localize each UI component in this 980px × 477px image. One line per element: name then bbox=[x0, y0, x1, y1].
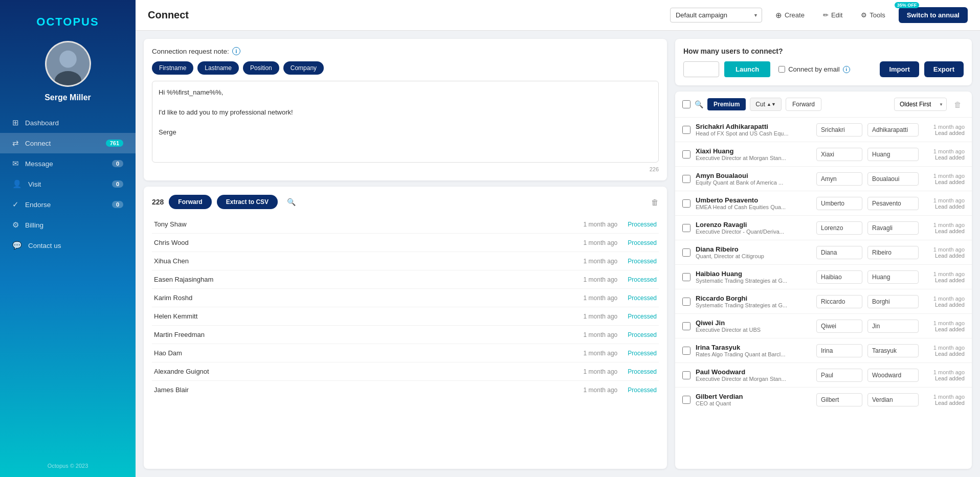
queue-list-item: Chris Wood 1 month ago Processed bbox=[152, 234, 659, 252]
lead-list-item: Paul Woodward Executive Director at Morg… bbox=[675, 363, 972, 388]
lead-checkbox[interactable] bbox=[682, 126, 691, 134]
edit-button[interactable]: ✏ Edit bbox=[818, 8, 848, 22]
users-count-card: How many users to connect? Launch Connec… bbox=[675, 39, 972, 85]
lead-info: Riccardo Borghi Systematic Trading Strat… bbox=[696, 294, 811, 308]
users-count-input[interactable] bbox=[683, 61, 719, 77]
lead-time: 1 month ago bbox=[924, 148, 965, 154]
search-icon: 🔍 bbox=[287, 198, 296, 206]
lead-checkbox[interactable] bbox=[682, 347, 691, 355]
launch-button[interactable]: Launch bbox=[724, 61, 770, 77]
lead-info: Diana Ribeiro Quant, Director at Citigro… bbox=[696, 245, 811, 259]
lead-checkbox[interactable] bbox=[682, 396, 691, 404]
create-button[interactable]: ⊕ Create bbox=[770, 8, 810, 23]
tag-lastname-button[interactable]: Lastname bbox=[197, 61, 239, 75]
app-logo: OCTOPUS bbox=[36, 15, 99, 29]
leads-select-all-checkbox[interactable] bbox=[682, 100, 691, 108]
lead-checkbox[interactable] bbox=[682, 273, 691, 281]
oldest-select[interactable]: Oldest First Newest First bbox=[894, 98, 947, 111]
lead-firstname-input[interactable] bbox=[816, 344, 862, 357]
note-textarea[interactable]: Hi %%first_name%%, I'd like to add you t… bbox=[152, 81, 659, 163]
import-button[interactable]: Import bbox=[880, 61, 919, 77]
lead-lastname-input[interactable] bbox=[867, 344, 919, 357]
message-badge: 0 bbox=[112, 160, 123, 167]
queue-item-time: 1 month ago bbox=[584, 221, 618, 228]
lead-lastname-input[interactable] bbox=[867, 197, 919, 210]
connect-icon: ⇄ bbox=[12, 139, 19, 148]
lead-lastname-input[interactable] bbox=[867, 369, 919, 382]
lead-firstname-input[interactable] bbox=[816, 295, 862, 308]
lead-lastname-input[interactable] bbox=[867, 221, 919, 235]
lead-status: Lead added bbox=[924, 400, 965, 406]
lead-checkbox[interactable] bbox=[682, 175, 691, 183]
tag-position-button[interactable]: Position bbox=[243, 61, 279, 75]
lead-firstname-input[interactable] bbox=[816, 246, 862, 259]
extract-csv-button[interactable]: Extract to CSV bbox=[217, 195, 278, 209]
leads-search-icon[interactable]: 🔍 bbox=[695, 100, 703, 108]
campaign-select[interactable]: Default campaign bbox=[670, 8, 762, 22]
lead-checkbox[interactable] bbox=[682, 248, 691, 257]
tag-firstname-button[interactable]: Firstname bbox=[152, 61, 193, 75]
sidebar-item-label: Endorse bbox=[25, 201, 51, 209]
lead-checkbox[interactable] bbox=[682, 371, 691, 379]
queue-search-button[interactable]: 🔍 bbox=[283, 196, 300, 208]
lead-lastname-input[interactable] bbox=[867, 172, 919, 186]
lead-time: 1 month ago bbox=[924, 369, 965, 375]
lead-checkbox[interactable] bbox=[682, 150, 691, 158]
lead-title: Equity Quant at Bank of America ... bbox=[696, 179, 811, 186]
lead-firstname-input[interactable] bbox=[816, 393, 862, 406]
queue-item-time: 1 month ago bbox=[584, 294, 618, 302]
premium-badge[interactable]: Premium bbox=[707, 98, 746, 110]
lead-firstname-input[interactable] bbox=[816, 123, 862, 137]
lead-lastname-input[interactable] bbox=[867, 123, 919, 137]
lead-lastname-input[interactable] bbox=[867, 320, 919, 333]
page-title: Connect bbox=[148, 9, 662, 21]
queue-list-item: Hao Dam 1 month ago Processed bbox=[152, 344, 659, 362]
queue-list-item: Alexandre Guignot 1 month ago Processed bbox=[152, 362, 659, 381]
queue-item-status: Processed bbox=[628, 221, 657, 228]
leads-list: Srichakri Adhikarapatti Head of FX Spot … bbox=[675, 118, 972, 469]
lead-firstname-input[interactable] bbox=[816, 172, 862, 186]
lead-lastname-input[interactable] bbox=[867, 393, 919, 406]
switch-annual-button[interactable]: 35% OFF Switch to annual bbox=[899, 7, 968, 23]
lead-firstname-input[interactable] bbox=[816, 270, 862, 284]
sidebar-item-billing[interactable]: ⚙ Billing bbox=[0, 215, 136, 235]
lead-checkbox[interactable] bbox=[682, 298, 691, 306]
lead-checkbox[interactable] bbox=[682, 322, 691, 330]
lead-checkbox[interactable] bbox=[682, 199, 691, 208]
lead-firstname-input[interactable] bbox=[816, 197, 862, 210]
queue-card: 228 Forward Extract to CSV 🔍 🗑 Tony Shaw… bbox=[144, 187, 667, 469]
lead-lastname-input[interactable] bbox=[867, 246, 919, 259]
queue-item-status: Processed bbox=[628, 276, 657, 283]
sidebar-item-endorse[interactable]: ✓ Endorse 0 bbox=[0, 194, 136, 215]
lead-checkbox[interactable] bbox=[682, 224, 691, 232]
avatar bbox=[45, 41, 91, 87]
queue-delete-button[interactable]: 🗑 bbox=[651, 198, 659, 207]
queue-forward-button[interactable]: Forward bbox=[169, 195, 211, 209]
queue-header: 228 Forward Extract to CSV 🔍 🗑 bbox=[152, 195, 659, 209]
connect-email-checkbox[interactable] bbox=[778, 66, 785, 73]
queue-item-name: Karim Roshd bbox=[154, 294, 573, 302]
leads-forward-button[interactable]: Forward bbox=[786, 98, 821, 111]
lead-lastname-input[interactable] bbox=[867, 270, 919, 284]
sidebar-item-message[interactable]: ✉ Message 0 bbox=[0, 153, 136, 174]
lead-title: Executive Director - Quant/Deriva... bbox=[696, 229, 811, 235]
lead-firstname-input[interactable] bbox=[816, 221, 862, 235]
sidebar-item-contact[interactable]: 💬 Contact us bbox=[0, 235, 136, 256]
sidebar-item-dashboard[interactable]: ⊞ Dashboard bbox=[0, 112, 136, 133]
lead-lastname-input[interactable] bbox=[867, 148, 919, 161]
lead-firstname-input[interactable] bbox=[816, 369, 862, 382]
sidebar-item-visit[interactable]: 👤 Visit 0 bbox=[0, 174, 136, 194]
export-button[interactable]: Export bbox=[924, 61, 964, 77]
lead-list-item: Umberto Pesavento EMEA Head of Cash Equi… bbox=[675, 191, 972, 216]
lead-firstname-input[interactable] bbox=[816, 148, 862, 161]
leads-delete-button[interactable]: 🗑 bbox=[951, 98, 965, 111]
tag-company-button[interactable]: Company bbox=[283, 61, 324, 75]
sidebar-item-connect[interactable]: ⇄ Connect 761 bbox=[0, 133, 136, 153]
cut-button[interactable]: Cut ▲▼ bbox=[750, 98, 782, 111]
lead-status: Lead added bbox=[924, 326, 965, 332]
lead-status: Lead added bbox=[924, 228, 965, 234]
lead-lastname-input[interactable] bbox=[867, 295, 919, 308]
lead-firstname-input[interactable] bbox=[816, 320, 862, 333]
tools-button[interactable]: ⚙ Tools bbox=[856, 8, 890, 22]
lead-name: Haibiao Huang bbox=[696, 270, 811, 278]
